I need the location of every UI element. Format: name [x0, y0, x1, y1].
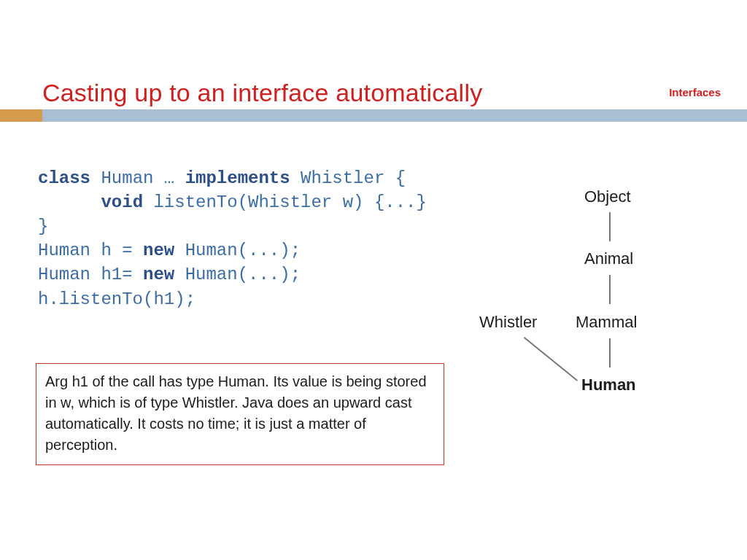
code-text: Human h =	[38, 241, 143, 260]
edge-whistler-human	[524, 337, 578, 381]
code-text: h.listenTo(h1);	[38, 289, 196, 309]
note-text: Arg h1 of the call has type Human. Its v…	[45, 373, 427, 453]
class-hierarchy-diagram: Object Animal Whistler Mammal Human	[454, 187, 724, 450]
keyword-class: class	[38, 168, 90, 188]
node-animal: Animal	[584, 249, 633, 268]
code-text: Human h1=	[38, 265, 143, 284]
code-text: Human …	[90, 168, 185, 188]
edge-mammal-human	[609, 338, 611, 368]
code-text: }	[38, 217, 48, 236]
keyword-new: new	[143, 265, 174, 284]
code-block: class Human … implements Whistler { void…	[38, 166, 427, 311]
keyword-implements: implements	[185, 168, 290, 188]
keyword-new: new	[143, 241, 174, 260]
slide-title: Casting up to an interface automatically	[42, 79, 482, 107]
code-text: Human(...);	[174, 241, 301, 260]
note-box: Arg h1 of the call has type Human. Its v…	[36, 363, 444, 465]
node-object: Object	[584, 187, 631, 206]
code-text: Human(...);	[174, 265, 301, 284]
code-indent	[38, 192, 101, 212]
edge-animal-mammal	[609, 275, 611, 304]
section-label: Interfaces	[669, 86, 721, 98]
node-mammal: Mammal	[576, 313, 637, 332]
code-text: listenTo(Whistler w) {...}	[143, 192, 427, 212]
divider-accent	[0, 109, 42, 122]
node-whistler: Whistler	[479, 313, 537, 332]
divider-main	[42, 109, 747, 122]
title-divider	[0, 109, 747, 122]
node-human: Human	[581, 376, 636, 394]
code-text: Whistler {	[290, 168, 406, 188]
edge-object-animal	[609, 212, 611, 241]
keyword-void: void	[101, 192, 143, 212]
